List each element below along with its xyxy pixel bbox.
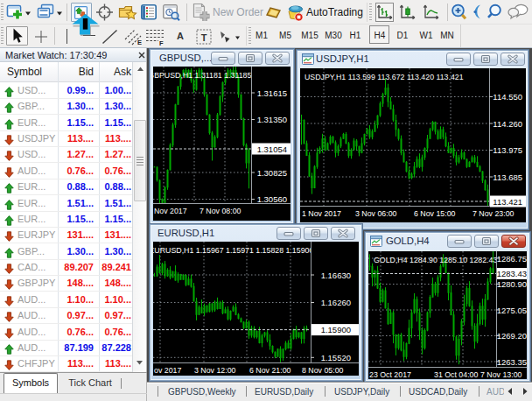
svg-text:1286.75: 1286.75	[497, 254, 527, 264]
svg-text:Nov 2017: Nov 2017	[154, 207, 187, 215]
svg-text:114.260: 114.260	[493, 119, 522, 129]
svg-text:USDJPY,H1 113.599 113.672 113.: USDJPY,H1 113.599 113.672 113.420 113.42…	[304, 73, 464, 81]
svg-text:1.15520: 1.15520	[321, 353, 351, 362]
svg-text:8 Nov 05:00: 8 Nov 05:00	[302, 366, 344, 375]
svg-text:31 Oct 04:00: 31 Oct 04:00	[434, 370, 478, 379]
svg-text:T: T	[201, 32, 207, 43]
svg-text:1275.05: 1275.05	[497, 306, 527, 315]
svg-text:114.550: 114.550	[493, 92, 522, 102]
svg-text:3 Nov 06:00: 3 Nov 06:00	[355, 209, 397, 218]
svg-text:6 Nov 15:00: 6 Nov 15:00	[414, 209, 456, 218]
svg-text:1.15900: 1.15900	[321, 325, 351, 334]
svg-text:1.31054: 1.31054	[257, 144, 287, 154]
svg-text:113.975: 113.975	[493, 145, 522, 155]
svg-text:1280.90: 1280.90	[497, 279, 527, 289]
svg-text:1.30560: 1.30560	[257, 194, 287, 204]
svg-text:E: E	[137, 39, 142, 46]
svg-text:ov 2017: ov 2017	[154, 366, 181, 375]
svg-text:1269.20: 1269.20	[497, 331, 527, 341]
svg-text:113.685: 113.685	[493, 172, 522, 182]
svg-text:1.30825: 1.30825	[257, 168, 287, 178]
svg-text:1263.35: 1263.35	[497, 357, 527, 367]
svg-text:EURUSD,H1 1.15967 1.15971 1.15: EURUSD,H1 1.15967 1.15971 1.15828 1.1590…	[153, 246, 313, 255]
svg-text:3 Nov 12:00: 3 Nov 12:00	[194, 366, 236, 375]
svg-text:7 Nov 13:00: 7 Nov 13:00	[480, 370, 522, 379]
svg-text:1 Nov 2017: 1 Nov 2017	[302, 209, 341, 218]
svg-text:1.16260: 1.16260	[321, 298, 351, 307]
svg-text:113.421: 113.421	[493, 197, 522, 207]
svg-text:1283.43: 1283.43	[497, 269, 527, 278]
svg-text:1.16630: 1.16630	[321, 271, 351, 280]
svg-text:1.31350: 1.31350	[257, 115, 287, 124]
svg-text:7 Nov 23:00: 7 Nov 23:00	[472, 209, 514, 218]
svg-text:1.31615: 1.31615	[257, 88, 287, 98]
svg-text:23 Oct 2017: 23 Oct 2017	[369, 370, 411, 379]
svg-text:7 Nov 08:00: 7 Nov 08:00	[200, 207, 242, 215]
svg-text:6 Nov 21:00: 6 Nov 21:00	[249, 366, 291, 375]
svg-text:F: F	[159, 39, 164, 46]
